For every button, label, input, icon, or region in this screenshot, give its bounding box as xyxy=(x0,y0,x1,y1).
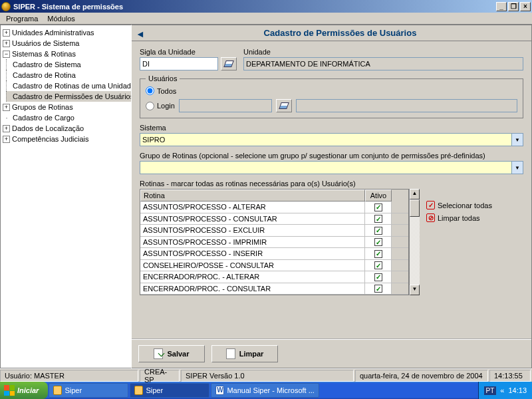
taskbar-item-active[interactable]: Siper xyxy=(130,383,209,398)
grid-cell[interactable]: ASSUNTOS/PROCESSO - CONSULTAR xyxy=(140,213,365,225)
scroll-track[interactable] xyxy=(410,217,420,285)
menu-modulos[interactable]: Módulos xyxy=(43,13,80,24)
collapse-icon[interactable]: − xyxy=(3,51,10,58)
tree-item[interactable]: Cadastro de Sistema xyxy=(13,61,81,68)
dropdown-icon[interactable]: ▼ xyxy=(512,133,523,146)
eraser-icon xyxy=(279,102,289,109)
status-bar: Usuário: MASTER CREA-SP SIPER Versão 1.0… xyxy=(0,368,532,382)
clear-sigla-button[interactable] xyxy=(221,57,237,70)
grupo-combo[interactable]: ▼ xyxy=(140,161,523,174)
grid-body: ASSUNTOS/PROCESSO - ALTERAR✓ ASSUNTOS/PR… xyxy=(140,201,408,295)
clear-all-link[interactable]: ⊘Limpar todas xyxy=(426,213,492,222)
rotinas-label: Rotinas - marcar todas as rotinas necess… xyxy=(140,180,523,188)
clear-button[interactable]: Limpar xyxy=(211,345,278,362)
unidade-label: Unidade xyxy=(243,48,523,56)
grid-cell[interactable]: ASSUNTOS/PROCESSO - IMPRIMIR xyxy=(140,237,365,248)
taskbar-item[interactable]: WManual Siper - Microsoft ... xyxy=(211,383,319,398)
app-icon xyxy=(1,2,11,11)
button-bar: Salvar Limpar xyxy=(132,338,531,368)
grid-check[interactable]: ✓ xyxy=(365,271,392,283)
task-label: Siper xyxy=(65,386,82,394)
grid-cell[interactable]: ENCERRADOR/PROC. - CONSULTAR xyxy=(140,283,365,295)
maximize-button[interactable]: ❐ xyxy=(508,2,519,11)
expand-icon[interactable]: + xyxy=(3,125,10,132)
eraser-icon xyxy=(223,61,234,67)
radio-login[interactable] xyxy=(146,102,154,110)
tray-prev-icon[interactable]: « xyxy=(500,386,504,394)
grid-cell[interactable]: ASSUNTOS/PROCESSO - EXCLUIR xyxy=(140,225,365,236)
grid-cell[interactable]: ENCERRADOR/PROC. - ALTERAR xyxy=(140,271,365,283)
window-title: SIPER - Sistema de permissões xyxy=(13,3,495,11)
clear-all-label: Limpar todas xyxy=(438,214,480,222)
expand-icon[interactable]: + xyxy=(3,29,10,37)
scroll-thumb[interactable] xyxy=(410,200,420,217)
clear-login-button[interactable] xyxy=(276,99,292,112)
expand-icon[interactable]: + xyxy=(3,40,10,47)
save-label: Salvar xyxy=(167,350,189,358)
grid-check[interactable]: ✓ xyxy=(365,260,392,271)
scroll-down-icon[interactable]: ▼ xyxy=(410,285,420,295)
expand-icon[interactable]: + xyxy=(3,136,10,143)
tree-item[interactable]: Unidades Administrativas xyxy=(12,29,94,37)
grid-cell[interactable]: ASSUNTOS/PROCESSO - INSERIR xyxy=(140,248,365,259)
tree-item[interactable]: Cadastro de Cargo xyxy=(13,114,74,122)
select-all-label: Selecionar todas xyxy=(438,201,492,209)
nav-tree[interactable]: +Unidades Administrativas +Usuários de S… xyxy=(0,25,132,368)
status-date: quarta-feira, 24 de novembro de 2004 xyxy=(355,370,488,382)
sigla-label: Sigla da Unidade xyxy=(140,48,237,56)
menu-programa[interactable]: Programa xyxy=(1,13,43,24)
radio-todos[interactable] xyxy=(146,86,154,95)
grid-check[interactable]: ✓ xyxy=(365,248,392,259)
sistema-input[interactable] xyxy=(140,133,512,146)
status-user: Usuário: MASTER xyxy=(0,370,138,382)
tree-item[interactable]: Grupos de Rotinas xyxy=(12,103,73,111)
scroll-up-icon[interactable]: ▲ xyxy=(410,189,420,200)
col-rotina[interactable]: Rotina xyxy=(140,190,365,201)
slash-icon: ⊘ xyxy=(426,213,435,222)
login-input[interactable] xyxy=(179,99,272,112)
grid-check[interactable]: ✓ xyxy=(365,225,392,236)
grupo-input[interactable] xyxy=(140,161,512,174)
minimize-button[interactable]: _ xyxy=(496,2,507,11)
back-arrow-icon[interactable]: ◄ xyxy=(136,29,145,38)
tree-item[interactable]: Competências Judiciais xyxy=(12,135,89,143)
content-pane: ◄ Cadastro de Permissões de Usuários Sig… xyxy=(132,25,532,368)
close-button[interactable]: × xyxy=(520,2,531,11)
task-label: Siper xyxy=(146,386,163,394)
system-tray[interactable]: PT « 14:13 xyxy=(478,382,532,399)
tree-item[interactable]: Cadastro de Rotinas de uma Unidade xyxy=(13,82,132,90)
start-label: Iniciar xyxy=(17,386,39,394)
tree-item-selected[interactable]: Cadastro de Permissões de Usuários xyxy=(13,92,132,100)
save-button[interactable]: Salvar xyxy=(138,345,205,362)
tree-leaf-icon: · xyxy=(1,114,13,122)
tree-item[interactable]: Dados de Localização xyxy=(12,124,84,132)
folder-icon xyxy=(53,386,62,395)
grid-scrollbar[interactable]: ▲ ▼ xyxy=(409,189,420,295)
status-org: CREA-SP xyxy=(140,370,180,382)
tree-item[interactable]: Cadastro de Rotina xyxy=(13,71,76,79)
language-indicator[interactable]: PT xyxy=(484,386,497,395)
word-icon: W xyxy=(215,386,224,395)
task-label: Manual Siper - Microsoft ... xyxy=(227,386,314,394)
tree-item[interactable]: Usuários de Sistema xyxy=(12,39,80,47)
clear-label: Limpar xyxy=(239,350,264,358)
select-all-link[interactable]: ✓Selecionar todas xyxy=(426,201,492,209)
grid-cell[interactable]: CONSELHEIRO/POSSE - CONSULTAR xyxy=(140,260,365,271)
col-ativo[interactable]: Ativo xyxy=(365,190,392,201)
tree-item[interactable]: Sistemas & Rotinas xyxy=(12,50,76,58)
dropdown-icon[interactable]: ▼ xyxy=(512,161,523,174)
tray-clock[interactable]: 14:13 xyxy=(508,386,527,394)
sistema-combo[interactable]: ▼ xyxy=(140,133,523,146)
grid-check[interactable]: ✓ xyxy=(365,201,392,213)
grid-check[interactable]: ✓ xyxy=(365,283,392,295)
grid-check[interactable]: ✓ xyxy=(365,237,392,248)
check-icon: ✓ xyxy=(426,201,435,209)
sigla-input[interactable] xyxy=(140,57,218,70)
grupo-label: Grupo de Rotinas (opcional - selecione u… xyxy=(140,152,523,160)
expand-icon[interactable]: + xyxy=(3,104,10,111)
grid-check[interactable]: ✓ xyxy=(365,213,392,225)
start-button[interactable]: Iniciar xyxy=(0,382,48,399)
page-icon xyxy=(226,348,235,359)
grid-cell[interactable]: ASSUNTOS/PROCESSO - ALTERAR xyxy=(140,201,365,213)
taskbar-item[interactable]: Siper xyxy=(49,383,128,398)
